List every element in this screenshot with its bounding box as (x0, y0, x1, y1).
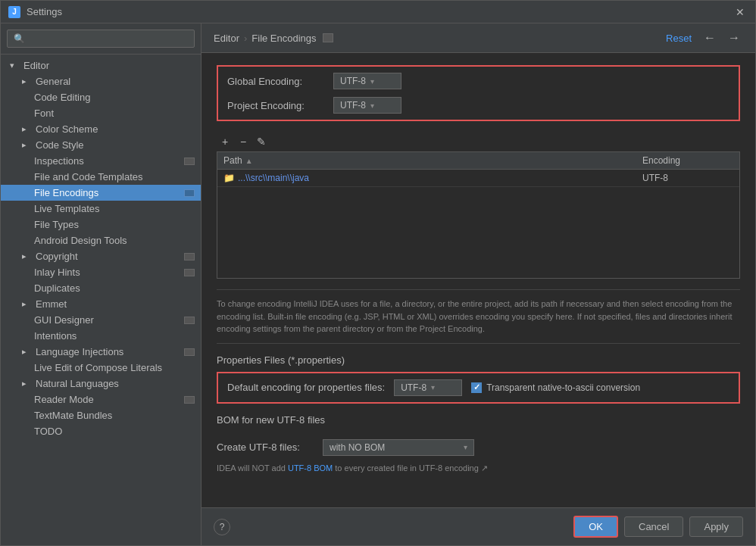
sidebar-item-label: Font (34, 108, 195, 119)
sidebar-item-file-types[interactable]: File Types (1, 217, 201, 232)
sidebar-item-android-design-tools[interactable]: Android Design Tools (1, 232, 201, 248)
sidebar-item-label: Language Injections (36, 346, 181, 357)
badge-icon (184, 317, 195, 324)
badge-icon (184, 253, 195, 261)
right-panel: Editor › File Encodings Reset ← → Global… (201, 23, 755, 545)
reset-button[interactable]: Reset (663, 31, 695, 45)
breadcrumb-parent: Editor (214, 33, 239, 44)
sidebar-item-gui-designer[interactable]: GUI Designer (1, 312, 201, 328)
global-encoding-value: UTF-8 (340, 76, 366, 86)
sidebar-item-live-templates[interactable]: Live Templates (1, 201, 201, 217)
forward-button[interactable]: → (725, 30, 743, 46)
properties-encoding-value: UTF-8 (401, 382, 426, 393)
global-encoding-label: Global Encoding: (227, 76, 326, 87)
project-encoding-dropdown[interactable]: UTF-8 ▾ (333, 97, 401, 114)
sidebar-item-code-editing[interactable]: Code Editing (1, 89, 201, 105)
native-to-ascii-checkbox[interactable]: ✓ (471, 382, 482, 393)
file-encoding-table-section: + − ✎ Path ▲ Encoding (217, 132, 740, 279)
sidebar-item-todo[interactable]: TODO (1, 423, 201, 439)
badge-icon (184, 348, 195, 356)
dropdown-arrow-icon: ▾ (370, 77, 374, 86)
path-value: ...\\src\\main\\java (238, 173, 309, 183)
sidebar-item-label: Color Scheme (36, 123, 195, 135)
sidebar-item-label: Live Edit of Compose Literals (34, 362, 195, 373)
badge-icon (184, 189, 195, 197)
path-cell: 📁 ...\\src\\main\\java (223, 173, 642, 183)
sidebar-item-duplicates[interactable]: Duplicates (1, 280, 201, 296)
sidebar-item-textmate[interactable]: TextMate Bundles (1, 407, 201, 423)
cancel-button[interactable]: Cancel (624, 516, 683, 537)
table-empty-space (217, 187, 739, 278)
sidebar-item-label: GUI Designer (34, 314, 181, 326)
panel-header: Editor › File Encodings Reset ← → (201, 23, 755, 53)
sidebar-item-language-injections[interactable]: ▸ Language Injections (1, 344, 201, 360)
sidebar-item-code-style[interactable]: ▸ Code Style (1, 137, 201, 153)
expand-icon: ▾ (10, 61, 20, 70)
sidebar-item-label: File and Code Templates (34, 171, 195, 183)
project-encoding-value: UTF-8 (340, 100, 366, 111)
sidebar-item-label: Code Style (36, 139, 195, 151)
sidebar-item-live-edit[interactable]: Live Edit of Compose Literals (1, 360, 201, 376)
remove-button[interactable]: − (235, 133, 251, 150)
properties-encoding-dropdown[interactable]: UTF-8 ▾ (394, 379, 462, 396)
ok-button[interactable]: OK (573, 516, 618, 538)
encodings-group: Global Encoding: UTF-8 ▾ Project Encodin… (217, 65, 740, 121)
toolbar: + − ✎ (217, 132, 740, 151)
sidebar-item-reader-mode[interactable]: Reader Mode (1, 392, 201, 407)
sidebar-item-label: TextMate Bundles (34, 410, 195, 421)
search-box (1, 23, 201, 55)
add-button[interactable]: + (217, 133, 233, 150)
sidebar-item-inlay-hints[interactable]: Inlay Hints (1, 264, 201, 280)
sidebar-item-label: Copyright (36, 251, 181, 262)
global-encoding-dropdown[interactable]: UTF-8 ▾ (333, 73, 401, 89)
sidebar-item-general[interactable]: ▸ General (1, 73, 201, 89)
help-button[interactable]: ? (214, 519, 230, 535)
bom-section: BOM for new UTF-8 files Create UTF-8 fil… (217, 414, 740, 473)
bom-info-row: IDEA will NOT add UTF-8 BOM to every cre… (217, 463, 740, 473)
sidebar: ▾ Editor ▸ General Code Editing Font ▸ C… (1, 23, 201, 545)
folder-icon: 📁 (223, 173, 235, 183)
expand-icon: ▸ (22, 140, 33, 150)
apply-button[interactable]: Apply (689, 516, 743, 537)
sidebar-item-label: Inlay Hints (34, 267, 181, 278)
sidebar-item-label: Intentions (34, 330, 195, 342)
sidebar-item-editor[interactable]: ▾ Editor (1, 58, 201, 73)
breadcrumb: Editor › File Encodings (214, 33, 663, 44)
bom-link[interactable]: UTF-8 BOM (288, 463, 333, 473)
sidebar-item-label: General (36, 76, 195, 87)
search-input[interactable] (7, 30, 195, 48)
properties-section: Properties Files (*.properties) Default … (217, 354, 740, 404)
description-text: To change encoding IntelliJ IDEA uses fo… (217, 289, 740, 344)
sidebar-item-label: File Types (34, 219, 195, 230)
sort-icon: ▲ (245, 157, 253, 165)
sidebar-item-font[interactable]: Font (1, 105, 201, 121)
default-encoding-label: Default encoding for properties files: (227, 382, 385, 393)
sidebar-item-label: Inspections (34, 155, 181, 167)
back-button[interactable]: ← (701, 30, 719, 46)
sidebar-item-label: Code Editing (34, 92, 195, 103)
sidebar-item-label: Android Design Tools (34, 235, 195, 246)
bom-create-dropdown[interactable]: with NO BOM ▾ (323, 439, 474, 456)
sidebar-item-color-scheme[interactable]: ▸ Color Scheme (1, 121, 201, 137)
checkbox-label: Transparent native-to-ascii conversion (486, 382, 640, 393)
sidebar-item-file-encodings[interactable]: File Encodings (1, 185, 201, 201)
bottom-bar: ? OK Cancel Apply (201, 507, 755, 545)
sidebar-item-file-code-templates[interactable]: File and Code Templates (1, 169, 201, 185)
settings-dialog: J Settings ✕ ▾ Editor ▸ General C (0, 0, 756, 546)
table-row[interactable]: 📁 ...\\src\\main\\java UTF-8 (217, 170, 739, 187)
path-column-header: Path ▲ (223, 155, 642, 166)
sidebar-item-intentions[interactable]: Intentions (1, 328, 201, 344)
main-content: ▾ Editor ▸ General Code Editing Font ▸ C… (1, 23, 755, 545)
sidebar-item-inspections[interactable]: Inspections (1, 153, 201, 169)
dialog-title: Settings (27, 6, 733, 17)
sidebar-item-copyright[interactable]: ▸ Copyright (1, 248, 201, 264)
sidebar-item-natural-languages[interactable]: ▸ Natural Languages (1, 376, 201, 392)
global-encoding-row: Global Encoding: UTF-8 ▾ (227, 73, 729, 89)
properties-highlight-box: Default encoding for properties files: U… (217, 372, 740, 404)
panel-body: Global Encoding: UTF-8 ▾ Project Encodin… (201, 53, 755, 507)
sidebar-item-emmet[interactable]: ▸ Emmet (1, 296, 201, 312)
dropdown-arrow-icon: ▾ (464, 443, 467, 451)
encoding-cell: UTF-8 (642, 173, 733, 183)
close-button[interactable]: ✕ (733, 5, 748, 20)
edit-button[interactable]: ✎ (253, 133, 270, 150)
